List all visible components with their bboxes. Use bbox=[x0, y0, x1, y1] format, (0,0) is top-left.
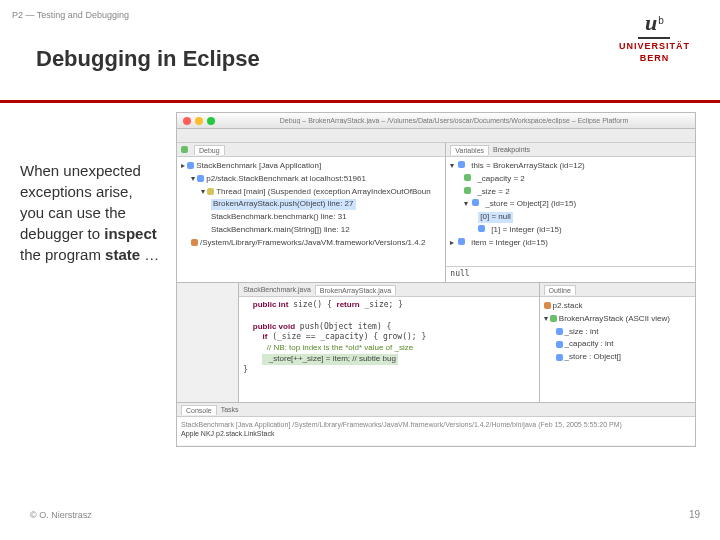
outline-field[interactable]: _capacity : int bbox=[544, 338, 691, 351]
debug-tree-thread[interactable]: ▾ Thread [main] (Suspended (exception Ar… bbox=[181, 186, 441, 199]
var-store[interactable]: ▾ _store = Object[2] (id=15) bbox=[450, 198, 691, 211]
body-text-2: the program bbox=[20, 246, 105, 263]
debug-tree-jvm: /System/Library/Frameworks/JavaVM.framew… bbox=[181, 237, 441, 250]
outline-pkg[interactable]: p2.stack bbox=[544, 300, 691, 313]
eclipse-screenshot: Debug – BrokenArrayStack.java – /Volumes… bbox=[176, 112, 696, 447]
var-size[interactable]: _size = 2 bbox=[450, 186, 691, 199]
var-this[interactable]: ▾ this = BrokenArrayStack (id=12) bbox=[450, 160, 691, 173]
body-paragraph: When unexpected exceptions arise, you ca… bbox=[20, 160, 160, 265]
debug-tree-proc[interactable]: ▾ p2/stack.StackBenchmark at localhost:5… bbox=[181, 173, 441, 186]
debug-frame[interactable]: StackBenchmark.benchmark() line: 31 bbox=[181, 211, 441, 224]
logo-rule bbox=[638, 37, 670, 39]
var-capacity[interactable]: _capacity = 2 bbox=[450, 173, 691, 186]
outline-field[interactable]: _store : Object[] bbox=[544, 351, 691, 364]
var-item[interactable]: ▸ item = Integer (id=15) bbox=[450, 237, 691, 250]
toolbar bbox=[177, 129, 695, 143]
window-titlebar: Debug – BrokenArrayStack.java – /Volumes… bbox=[177, 113, 695, 129]
tab-variables[interactable]: Variables bbox=[450, 145, 489, 155]
tab-debug[interactable]: Debug bbox=[194, 145, 225, 155]
logo-univ: UNIVERSITÄT bbox=[619, 41, 690, 51]
tab-editor-2[interactable]: BrokenArrayStack.java bbox=[315, 285, 396, 295]
logo-letter-b: b bbox=[658, 15, 664, 26]
debug-view-tabs: Debug bbox=[177, 143, 445, 157]
logo-bern: BERN bbox=[619, 53, 690, 63]
university-logo: ub UNIVERSITÄT BERN bbox=[619, 10, 690, 63]
body-strong-inspect: inspect bbox=[104, 225, 157, 242]
variables-detail: null bbox=[446, 266, 695, 282]
code-editor[interactable]: public int size() { return _size; } publ… bbox=[239, 297, 538, 402]
outline-tabs: Outline bbox=[540, 283, 695, 297]
bug-icon bbox=[181, 146, 188, 153]
page-title: Debugging in Eclipse bbox=[36, 46, 260, 72]
vars-view-tabs: Variables Breakpoints bbox=[446, 143, 695, 157]
outline-tree[interactable]: p2.stack ▾ BrokenArrayStack (ASCII view)… bbox=[540, 297, 695, 402]
divider-red bbox=[0, 100, 720, 103]
outline-field[interactable]: _size : int bbox=[544, 326, 691, 339]
close-icon[interactable] bbox=[183, 117, 191, 125]
page-number: 19 bbox=[689, 509, 700, 520]
console-header: StackBenchmark [Java Application] /Syste… bbox=[181, 420, 691, 429]
var-store-0[interactable]: [0] = null bbox=[450, 211, 691, 224]
debug-frame-selected[interactable]: BrokenArrayStack.push(Object) line: 27 bbox=[181, 198, 441, 211]
body-text-3: … bbox=[140, 246, 159, 263]
tab-editor-1[interactable]: StackBenchmark.java bbox=[243, 286, 311, 293]
editor-gutter bbox=[177, 283, 238, 402]
body-strong-state: state bbox=[105, 246, 140, 263]
debug-frame[interactable]: StackBenchmark.main(String[]) line: 12 bbox=[181, 224, 441, 237]
tab-console[interactable]: Console bbox=[181, 405, 217, 415]
editor-tabs: StackBenchmark.java BrokenArrayStack.jav… bbox=[239, 283, 538, 297]
var-store-1[interactable]: [1] = Integer (id=15) bbox=[450, 224, 691, 237]
console-tabs: Console Tasks bbox=[177, 403, 695, 417]
outline-class[interactable]: ▾ BrokenArrayStack (ASCII view) bbox=[544, 313, 691, 326]
breadcrumb: P2 — Testing and Debugging bbox=[12, 10, 129, 20]
debug-tree-app[interactable]: ▸ StackBenchmark [Java Application] bbox=[181, 160, 441, 173]
console-output[interactable]: StackBenchmark [Java Application] /Syste… bbox=[177, 417, 695, 445]
tab-tasks[interactable]: Tasks bbox=[221, 406, 239, 413]
debug-stack-tree[interactable]: ▸ StackBenchmark [Java Application] ▾ p2… bbox=[177, 157, 445, 282]
variables-tree[interactable]: ▾ this = BrokenArrayStack (id=12) _capac… bbox=[446, 157, 695, 266]
window-title: Debug – BrokenArrayStack.java – /Volumes… bbox=[219, 117, 689, 124]
console-line: Apple NKJ p2.stack.LinkStack bbox=[181, 429, 691, 438]
footer-copyright: © O. Nierstrasz bbox=[30, 510, 92, 520]
zoom-icon[interactable] bbox=[207, 117, 215, 125]
tab-outline[interactable]: Outline bbox=[544, 285, 576, 295]
logo-letter-u: u bbox=[645, 10, 657, 35]
tab-breakpoints[interactable]: Breakpoints bbox=[493, 146, 530, 153]
minimize-icon[interactable] bbox=[195, 117, 203, 125]
